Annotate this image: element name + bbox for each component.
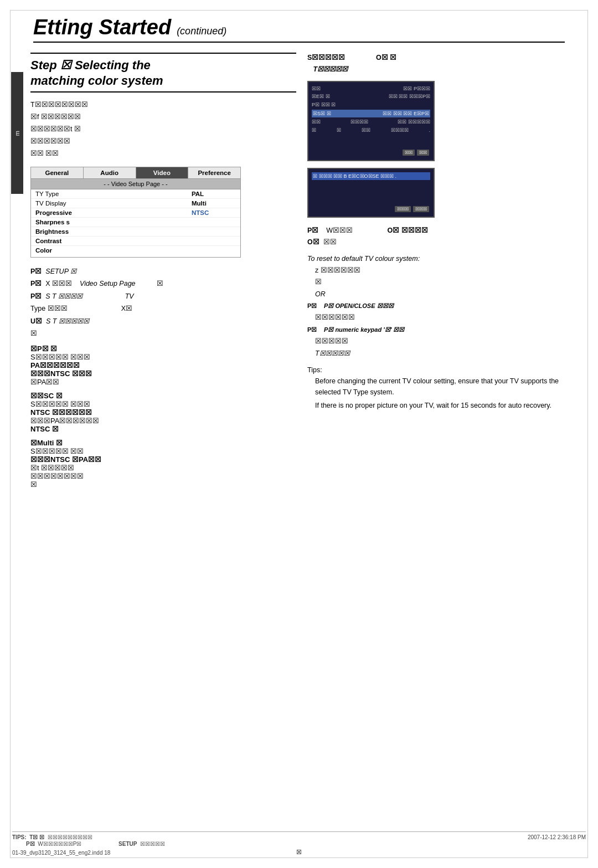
multi-line5: ☒ [30,480,296,489]
ntsc-line1: S☒☒☒☒☒ ☒☒☒ [30,400,296,408]
tips-section: Tips: Before changing the current TV col… [307,364,568,411]
setup-menu: General Audio Video Preference - - Video… [30,167,241,258]
instr-4: ☒☒☒☒☒☒ [30,136,296,147]
tab-audio[interactable]: Audio [84,167,136,178]
pal-line1: S☒☒☒☒☒ ☒☒☒ [30,353,296,361]
step-line1: Step ☒ Selecting the [30,58,296,73]
page-number: ☒ [296,849,302,856]
menu-label-brightness: Brightness [35,228,192,235]
menu-value-color [192,247,236,254]
right-pw-block: P☒ W☒☒☒ O☒ ☒☒☒☒ O☒ ☒☒ [307,225,568,248]
step-type: Type ☒☒☒ X☒ [30,304,296,314]
tips-text2: If there is no proper picture on your TV… [307,400,568,411]
screen-buttons-1: ☒☒ ☒☒ [403,150,429,156]
tips-label: Tips: [307,364,568,376]
menu-row-sharpness: Sharpnes s [31,218,240,227]
reset-step-5: P☒ P☒ numeric keypad '☒' ☒☒ [307,325,568,335]
screen-row-5: ☒☒☒☒☒☒☒☒ ☒☒☒☒☒ [312,119,430,126]
screen-row-s1: ☒ ☒☒☒ ☒☒ B E☒C☒O☒SE ☒☒☒ . [312,172,430,181]
ntsc-header: ☒☒SC ☒ [30,392,296,400]
instr-3: ☒☒☒☒☒☒t ☒ [30,124,296,135]
step-line2: matching color system [30,74,296,88]
continued-label: (continued) [177,25,226,37]
step-press-x: P☒ X ☒☒☒ Video Setup Page ☒ [30,279,296,289]
tab-preference[interactable]: Preference [188,167,240,178]
multi-line3: ☒t ☒☒☒☒☒ [30,464,296,472]
multi-header: ☒Multi ☒ [30,439,296,447]
menu-value-progressive: NTSC [192,209,236,216]
screen-row-2: ☒E☒ ☒☒☒ ☒☒ ☒☒☒P☒ [312,93,430,100]
menu-label-sharpness: Sharpnes s [35,219,192,225]
left-column: Step ☒ Selecting the matching color syst… [30,53,296,494]
multi-line4: ☒☒☒☒☒☒☒☒ [30,472,296,480]
steps-text-block: P☒ SETUP ☒ P☒ X ☒☒☒ Video Setup Page ☒ P… [30,266,296,339]
instructions-block: T☒☒☒☒☒☒☒☒ ☒f ☒☒☒☒☒☒ ☒☒☒☒☒☒t ☒ ☒☒☒☒☒☒ ☒☒ … [30,99,296,159]
menu-value-brightness [192,228,236,235]
right-column: S☒☒☒☒☒ O☒ ☒ T☒☒☒☒☒ ☒☒☒☒ P☒☒☒ ☒E☒ ☒☒☒ ☒☒ … [307,53,568,411]
footer-date: 2007-12-12 2:36:18 PM [528,834,586,840]
right-instructions: S☒☒☒☒☒ O☒ ☒ T☒☒☒☒☒ [307,53,568,75]
screen-btn-1b: ☒☒ [417,150,429,156]
menu-label-contrast: Contrast [35,238,192,244]
screen-btn-2a: ☒☒☒ [395,206,411,212]
menu-label-tvdisplay: TV Display [35,200,192,207]
screen-sim-2: ☒ ☒☒☒ ☒☒ B E☒C☒O☒SE ☒☒☒ . ☒☒☒ ☒☒☒ [307,168,435,218]
tab-general[interactable]: General [31,167,84,178]
screen-sim-1: ☒☒☒☒ P☒☒☒ ☒E☒ ☒☒☒ ☒☒ ☒☒☒P☒ P☒ ☒☒ ☒ ☒S☒ ☒… [307,81,435,161]
menu-label-tytype: TY Type [35,191,192,197]
step-press-setup: P☒ SETUP ☒ [30,266,296,277]
tips-text1: Before changing the current TV colour se… [307,376,568,398]
screen-content-1: ☒☒☒☒ P☒☒☒ ☒E☒ ☒☒☒ ☒☒ ☒☒☒P☒ P☒ ☒☒ ☒ ☒S☒ ☒… [308,82,434,138]
screen-content-2: ☒ ☒☒☒ ☒☒ B E☒C☒O☒SE ☒☒☒ . [308,169,434,185]
screen-row-3: P☒ ☒☒ ☒ [312,101,430,109]
reset-step-4b: ☒☒☒☒☒☒ [307,312,568,323]
step-st: P☒ S T ☒☒☒☒ TV [30,291,296,302]
menu-row-tvdisplay: TV Display Multi [31,199,240,208]
sub-section-pal: ☒P☒ ☒ S☒☒☒☒☒ ☒☒☒ PA☒☒☒☒☒☒ ☒☒☒NTSC ☒☒☒ ☒P… [30,345,296,386]
menu-label-progressive: Progressive [35,209,192,216]
right-s-label: S☒☒☒☒☒ O☒ ☒ [307,53,568,63]
footer-left: TIPS: T☒ ☒ ☒☒☒☒☒☒☒☒☒ P☒ W☒☒☒☒☒☒P☒ SETUP … [12,834,165,856]
menu-tabs: General Audio Video Preference [31,167,240,179]
reset-step-3: OR [307,289,568,300]
instr-1: T☒☒☒☒☒☒☒☒ [30,99,296,110]
screen-btn-1a: ☒☒ [403,150,415,156]
screen-row-6: ☒☒☒☒☒☒☒☒. [312,127,430,134]
menu-row-progressive: Progressive NTSC [31,208,240,218]
menu-value-tytype: PAL [192,191,236,197]
main-content: Step ☒ Selecting the matching color syst… [30,53,568,835]
step-us-end: ☒ [30,328,296,339]
footer-tips-line2: P☒ W☒☒☒☒☒☒P☒ SETUP ☒☒☒☒☒ [12,841,165,847]
sidebar-tab: m [11,72,23,194]
reset-step-2: ☒ [307,277,568,287]
screen-row-4: ☒S☒ ☒☒☒ ☒☒ ☒☒ E☒P☒ [312,110,430,118]
sidebar-label: m [14,130,20,136]
screen-row-1: ☒☒☒☒ P☒☒☒ [312,85,430,93]
tab-video[interactable]: Video [136,167,189,178]
reset-step-4: P☒ P☒ OPEN/CLOSE ☒☒☒ [307,301,568,311]
step-heading-box: Step ☒ Selecting the matching color syst… [30,53,296,93]
footer-file-ref: 01-39_dvp3120_3124_55_eng2.indd 18 [12,850,165,856]
right-t-label: T☒☒☒☒☒ [307,64,568,75]
sub-section-ntsc: ☒☒SC ☒ S☒☒☒☒☒ ☒☒☒ NTSC ☒☒☒☒☒☒ ☒☒☒PA☒☒☒☒☒… [30,392,296,433]
footer-tips-line1: TIPS: T☒ ☒ ☒☒☒☒☒☒☒☒☒ [12,834,165,840]
instr-5: ☒☒ ☒☒ [30,148,296,159]
menu-row-contrast: Contrast [31,237,240,246]
reset-header: To reset to default TV colour system: [307,254,568,264]
pal-line4: ☒PA☒☒ [30,378,296,386]
sub-section-multi: ☒Multi ☒ S☒☒☒☒☒ ☒☒ ☒☒☒NTSC ☒PA☒☒ ☒t ☒☒☒☒… [30,439,296,489]
page-title: Etting Started [33,16,171,39]
menu-value-sharpness [192,219,236,225]
menu-row-brightness: Brightness [31,227,240,237]
menu-value-tvdisplay: Multi [192,200,236,207]
menu-value-contrast [192,238,236,244]
menu-row-tytype: TY Type PAL [31,189,240,199]
footer-right: 2007-12-12 2:36:18 PM [528,834,586,840]
reset-step-5b: ☒☒☒☒☒ [307,336,568,347]
o2-line: O☒ ☒☒ [307,237,568,248]
ntsc-line3: ☒☒☒PA☒☒☒☒☒☒ [30,417,296,425]
menu-header: - - Video Setup Page - - [31,179,240,189]
screen-btn-2b: ☒☒☒ [413,206,429,212]
page-header: Etting Started (continued) [33,16,565,43]
ntsc-line2: NTSC ☒☒☒☒☒☒ [30,408,296,417]
